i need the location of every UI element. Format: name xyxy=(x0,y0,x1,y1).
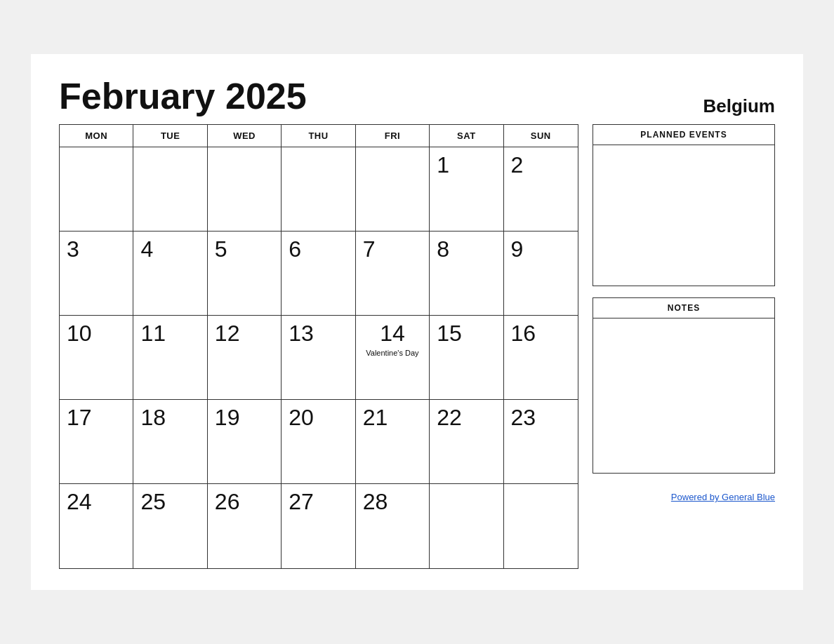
calendar-header: MON TUE WED THU FRI SAT SUN xyxy=(60,125,578,147)
day-number: 25 xyxy=(140,490,199,514)
table-row xyxy=(282,147,355,232)
day-number: 2 xyxy=(511,153,571,177)
table-row: 3 xyxy=(60,232,133,316)
table-row xyxy=(133,147,207,232)
day-number: 16 xyxy=(511,321,571,346)
table-row: 10 xyxy=(60,316,133,400)
table-row: 8 xyxy=(430,232,503,316)
table-row: 23 xyxy=(504,400,578,484)
table-row: 11 xyxy=(133,316,207,400)
notes-header: NOTES xyxy=(593,298,774,318)
table-row: 27 xyxy=(282,484,355,568)
table-row xyxy=(356,147,430,232)
day-number: 5 xyxy=(215,237,274,262)
table-row: 14Valentine's Day xyxy=(356,316,430,400)
table-row: 4 xyxy=(133,232,207,316)
day-number: 7 xyxy=(363,237,422,262)
day-number: 26 xyxy=(215,490,274,514)
table-row: 24 xyxy=(60,484,133,568)
day-number: 21 xyxy=(363,405,422,430)
dow-mon: MON xyxy=(60,125,133,147)
table-row: 1 xyxy=(430,147,503,232)
dow-wed: WED xyxy=(208,125,282,147)
planned-events-header: PLANNED EVENTS xyxy=(593,125,774,145)
day-number: 14 xyxy=(380,321,405,346)
day-number: 18 xyxy=(140,405,199,430)
table-row: 9 xyxy=(504,232,578,316)
day-number: 19 xyxy=(215,405,274,430)
table-row xyxy=(504,484,578,568)
day-number: 28 xyxy=(363,490,422,514)
day-number: 12 xyxy=(215,321,274,346)
day-number: 6 xyxy=(289,237,348,262)
table-row: 2 xyxy=(504,147,578,232)
day-number: 24 xyxy=(67,490,126,514)
dow-sat: SAT xyxy=(430,125,503,147)
month-year-title: February 2025 xyxy=(59,75,307,117)
day-number: 22 xyxy=(437,405,496,430)
main-content: MON TUE WED THU FRI SAT SUN 123456789101… xyxy=(59,124,775,569)
notes-box: NOTES xyxy=(593,297,775,474)
notes-body xyxy=(593,318,774,473)
day-number: 10 xyxy=(67,321,126,346)
day-number: 4 xyxy=(140,237,199,262)
day-number: 3 xyxy=(67,237,126,262)
planned-events-box: PLANNED EVENTS xyxy=(593,124,775,286)
table-row xyxy=(208,147,282,232)
table-row xyxy=(60,147,133,232)
dow-fri: FRI xyxy=(356,125,430,147)
powered-by-link[interactable]: Powered by General Blue xyxy=(671,492,775,502)
calendar: MON TUE WED THU FRI SAT SUN 123456789101… xyxy=(59,124,578,569)
table-row: 19 xyxy=(208,400,282,484)
day-number: 20 xyxy=(289,405,348,430)
powered-by: Powered by General Blue xyxy=(593,492,775,502)
table-row: 20 xyxy=(282,400,355,484)
day-number: 15 xyxy=(437,321,496,346)
table-row: 7 xyxy=(356,232,430,316)
sidebar: PLANNED EVENTS NOTES Powered by General … xyxy=(593,124,775,502)
table-row: 26 xyxy=(208,484,282,568)
day-number: 13 xyxy=(289,321,348,346)
dow-tue: TUE xyxy=(133,125,207,147)
day-number: 11 xyxy=(140,321,199,346)
calendar-body: 1234567891011121314Valentine's Day151617… xyxy=(60,147,578,568)
country-title: Belgium xyxy=(703,95,775,117)
day-number: 8 xyxy=(437,237,496,262)
table-row: 18 xyxy=(133,400,207,484)
table-row: 22 xyxy=(430,400,503,484)
table-row: 17 xyxy=(60,400,133,484)
table-row: 12 xyxy=(208,316,282,400)
day-number: 1 xyxy=(437,153,496,177)
table-row: 21 xyxy=(356,400,430,484)
table-row: 13 xyxy=(282,316,355,400)
table-row: 28 xyxy=(356,484,430,568)
table-row: 15 xyxy=(430,316,503,400)
day-number: 27 xyxy=(289,490,348,514)
table-row: 5 xyxy=(208,232,282,316)
page: February 2025 Belgium MON TUE WED THU FR… xyxy=(31,54,803,590)
table-row: 16 xyxy=(504,316,578,400)
table-row xyxy=(430,484,503,568)
dow-sun: SUN xyxy=(504,125,578,147)
dow-thu: THU xyxy=(282,125,355,147)
day-number: 17 xyxy=(67,405,126,430)
table-row: 25 xyxy=(133,484,207,568)
header: February 2025 Belgium xyxy=(59,75,775,117)
day-number: 9 xyxy=(511,237,571,262)
event-label: Valentine's Day xyxy=(366,349,418,357)
planned-events-body xyxy=(593,145,774,286)
table-row: 6 xyxy=(282,232,355,316)
day-number: 23 xyxy=(511,405,571,430)
